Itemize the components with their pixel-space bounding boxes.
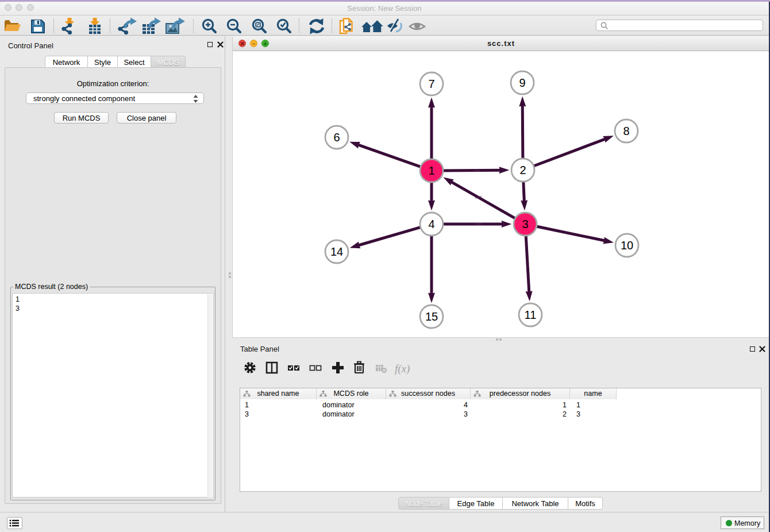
svg-text:8: 8 (623, 125, 629, 137)
svg-text:9: 9 (519, 76, 525, 89)
svg-text:11: 11 (525, 309, 537, 321)
svg-text:3: 3 (522, 218, 528, 230)
svg-text:10: 10 (621, 239, 633, 252)
svg-text:6: 6 (333, 131, 340, 144)
svg-text:2: 2 (519, 164, 526, 176)
svg-text:1: 1 (428, 164, 434, 177)
svg-text:7: 7 (428, 78, 434, 90)
svg-text:14: 14 (330, 245, 343, 258)
svg-text:15: 15 (425, 310, 438, 323)
svg-text:4: 4 (428, 218, 434, 230)
